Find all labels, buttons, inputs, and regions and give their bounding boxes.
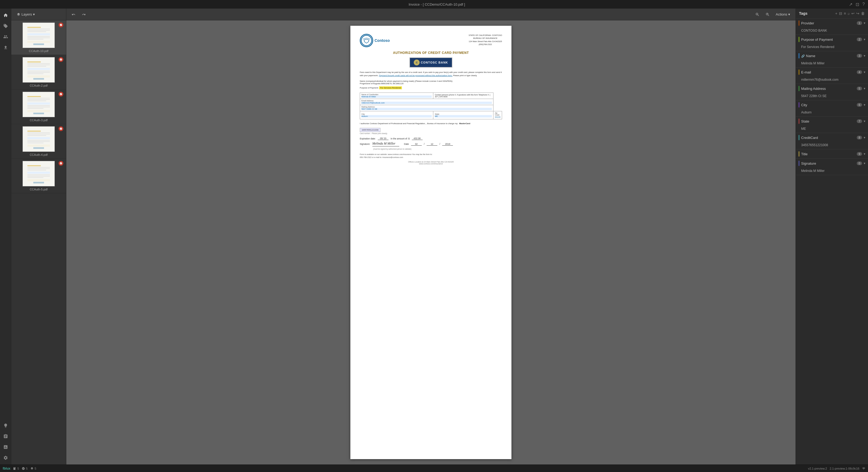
tag-chevron-icon[interactable]: ▾ [864,152,865,156]
tag-row[interactable]: Title9▾ [796,149,868,159]
tag-row[interactable]: Mailing Address5▾ [796,84,868,93]
content-area: Actions ▾ [66,8,796,465]
tag-value: 345576551221008 [796,142,868,149]
tag-chevron-icon[interactable]: ▾ [864,54,865,58]
tag-row[interactable]: Provider1▾ [796,19,868,28]
thumbnail-item[interactable]: CCAuth-3.pdf [11,90,66,124]
f-count: 5 [13,467,19,470]
redo-button[interactable] [80,11,88,18]
tags-redo-icon[interactable]: ↪ [856,11,860,15]
tags-list-icon[interactable]: ≡ [844,11,846,15]
tag-number-badge: 6 [857,103,862,107]
tag-chevron-icon[interactable]: ▾ [864,87,865,90]
svg-rect-47 [27,168,50,169]
tag-chevron-icon[interactable]: ▾ [864,136,865,139]
tag-row[interactable]: City6▾ [796,100,868,109]
tag-chevron-icon[interactable]: ▾ [864,21,865,25]
tablet-icon[interactable]: ⊡ [856,2,859,7]
tags-delete-icon[interactable]: 🗑 [861,11,865,15]
tags-search-icon[interactable]: ⌕ [847,11,850,15]
tag-row[interactable]: Purpose of Payment2▾ [796,35,868,44]
app-logo: fblux [3,467,10,470]
svg-rect-1 [27,27,41,28]
tags-undo-icon[interactable]: ↩ [851,11,855,15]
tag-number-badge: 5 [857,87,862,90]
tag-label: Provider [801,21,855,25]
layers-button[interactable]: Layers ▾ [14,11,37,18]
icon-home[interactable] [1,11,10,20]
svg-rect-52 [27,177,43,178]
tag-item: Purpose of Payment2▾For Services Rendere… [796,35,868,51]
svg-rect-3 [27,30,50,31]
tag-item: Provider1▾CONTOSO BANK [796,19,868,35]
tag-chevron-icon[interactable]: ▾ [864,162,865,165]
undo-button[interactable] [69,11,78,18]
thumbnail-item[interactable]: CCAuth-5.pdf [11,159,66,193]
pdf-auth-text: I authorize Contoso Department of Profes… [360,122,502,125]
zoom-in-button[interactable] [763,11,772,18]
tag-label: Title [801,152,855,156]
zoom-out-button[interactable] [753,11,762,18]
thumbnail-item[interactable]: CCAuth-10.pdf [11,21,66,55]
tag-value: millermm76@outlook.com [796,77,868,84]
thumb-badge-icon [59,57,63,62]
icon-lightbulb[interactable] [1,421,10,430]
tag-chevron-icon[interactable]: ▾ [864,103,865,107]
tag-number-badge: 1 [857,21,862,25]
tag-chevron-icon[interactable]: ▾ [864,119,865,123]
connection-icon [862,467,865,470]
svg-rect-34 [27,131,41,132]
svg-rect-45 [27,165,41,166]
icon-upload[interactable] [1,43,10,52]
thumbnail-item[interactable]: CCAuth-4.pdf [11,124,66,159]
tag-row[interactable]: E-mail4▾ [796,68,868,77]
pdf-form-table: Name of Cardholder: Melinda M Miller Con… [360,93,502,119]
share-icon[interactable]: ↗ [849,2,852,7]
svg-rect-53 [27,179,50,181]
tags-add-icon[interactable]: + [835,11,837,15]
tag-chevron-icon[interactable]: ▾ [864,38,865,41]
tag-item: Title9▾ [796,149,868,159]
pdf-purpose-row: Purpose of Payment: For Services Rendere… [360,87,502,89]
svg-rect-31 [27,110,50,112]
thumbnail-item[interactable]: CCAuth-2.pdf [11,55,66,90]
tag-link-icon: 🔗 [801,55,805,58]
pdf-logo: Contoso [360,34,390,47]
svg-rect-9 [27,41,50,43]
icon-tag[interactable] [1,22,10,31]
help-icon[interactable]: ? [862,2,865,7]
tag-value: Melinda M Miller [796,168,868,175]
tag-label: State [801,119,855,123]
pdf-card-section: 345576551221008 Card number – Please pri… [360,128,502,134]
pdf-document: Contoso STATE OF CALIFORNIA: CONTOSO BUR… [350,26,512,459]
pdf-header-address: STATE OF CALIFORNIA: CONTOSO BUREAU OF I… [468,34,502,46]
svg-rect-24 [27,98,50,98]
tags-title: Tags [799,11,808,15]
icon-people[interactable] [1,32,10,41]
svg-rect-40 [27,141,50,142]
icon-clipboard[interactable] [1,432,10,441]
tag-chevron-icon[interactable]: ▾ [864,70,865,74]
tag-row[interactable]: Signature0▾ [796,159,868,168]
svg-rect-49 [27,172,50,174]
icon-chart[interactable] [1,442,10,451]
svg-rect-38 [27,137,50,139]
pdf-bank-logo: C CONTOSC BANK [360,57,502,68]
tag-row[interactable]: State7▾ [796,117,868,126]
svg-rect-17 [27,71,50,71]
actions-button[interactable]: Actions ▾ [774,11,792,18]
svg-rect-20 [27,75,50,77]
icon-settings[interactable] [1,453,10,462]
tag-row[interactable]: CreditCard8▾ [796,133,868,142]
tags-filter-icon[interactable]: ⊟ [839,11,842,15]
pdf-toolbar: Actions ▾ [66,8,796,21]
tag-number-badge: 8 [857,136,862,139]
icon-bar [0,8,11,465]
pdf-viewer[interactable]: Contoso STATE OF CALIFORNIA: CONTOSO BUR… [66,21,796,465]
svg-rect-19 [27,73,43,74]
svg-rect-2 [27,29,50,29]
tag-label: City [801,103,855,107]
pdf-footer-info: Form is available on our website: www.co… [360,153,502,159]
tag-row[interactable]: 🔗Name3▾ [796,51,868,60]
tag-color-indicator [799,21,800,26]
